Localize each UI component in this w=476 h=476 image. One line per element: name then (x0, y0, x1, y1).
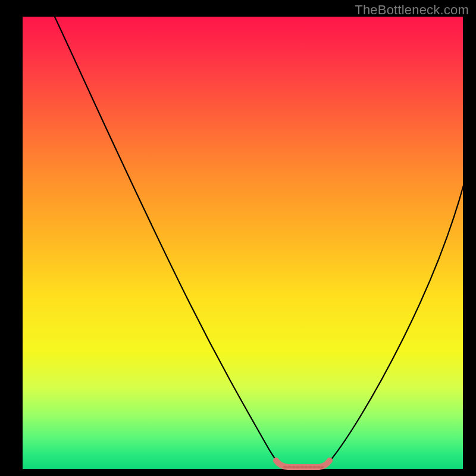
left-descent-curve (54, 14, 280, 464)
curve-layer (23, 17, 463, 469)
plot-area (23, 17, 463, 469)
chart-frame: TheBottleneck.com (0, 0, 476, 476)
right-ascent-curve (327, 183, 464, 464)
watermark-label: TheBottleneck.com (355, 2, 469, 18)
